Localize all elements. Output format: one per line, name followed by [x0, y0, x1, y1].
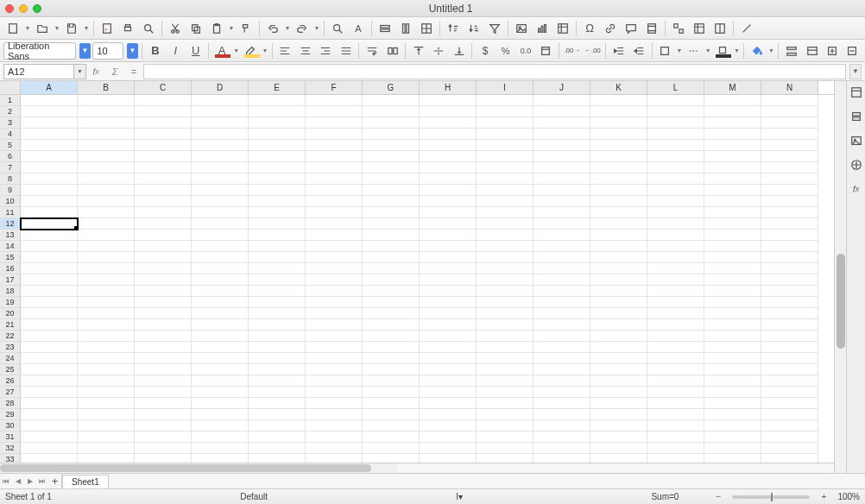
add-decimal-button[interactable]: .00→	[563, 42, 581, 60]
cell-A1[interactable]	[21, 95, 78, 106]
cell-M6[interactable]	[704, 151, 761, 162]
cell-F27[interactable]	[306, 387, 363, 398]
cell-D11[interactable]	[192, 207, 249, 218]
cell-K2[interactable]	[590, 106, 647, 117]
row-header-17[interactable]: 17	[0, 274, 21, 286]
cell-K28[interactable]	[590, 398, 647, 409]
cell-M31[interactable]	[704, 432, 761, 443]
cell-J15[interactable]	[534, 252, 590, 263]
cell-B14[interactable]	[78, 241, 135, 252]
row-header-26[interactable]: 26	[0, 375, 21, 387]
cell-B27[interactable]	[78, 387, 135, 398]
tab-next-button[interactable]: ▶	[24, 475, 36, 488]
cell-E9[interactable]	[249, 185, 306, 196]
cell-H10[interactable]	[420, 196, 477, 207]
cell-C13[interactable]	[135, 230, 192, 241]
cell-A6[interactable]	[21, 151, 78, 162]
hscroll-thumb[interactable]	[0, 464, 371, 472]
cell-F10[interactable]	[306, 196, 363, 207]
cell-A20[interactable]	[21, 308, 78, 319]
cell-L26[interactable]	[647, 375, 704, 387]
cell-I27[interactable]	[477, 387, 534, 398]
cell-G19[interactable]	[363, 297, 420, 308]
cell-A11[interactable]	[21, 207, 78, 218]
cell-K32[interactable]	[590, 443, 647, 454]
cell-N31[interactable]	[761, 432, 818, 443]
cell-C16[interactable]	[135, 263, 192, 274]
equals-button[interactable]: =	[124, 64, 143, 79]
cell-L16[interactable]	[647, 263, 704, 274]
cell-I1[interactable]	[477, 95, 534, 106]
row-header-32[interactable]: 32	[0, 443, 21, 454]
cell-N16[interactable]	[761, 263, 818, 274]
borders-button[interactable]	[656, 42, 674, 60]
cell-D24[interactable]	[192, 353, 249, 364]
cell-F18[interactable]	[306, 286, 363, 297]
cell-J17[interactable]	[534, 274, 590, 286]
cell-B20[interactable]	[78, 308, 135, 319]
row-header-21[interactable]: 21	[0, 319, 21, 331]
cell-L23[interactable]	[647, 342, 704, 353]
cell-E21[interactable]	[249, 319, 306, 331]
cell-A21[interactable]	[21, 319, 78, 331]
font-name-dropdown[interactable]: ▼	[79, 43, 92, 59]
cell-N12[interactable]	[761, 218, 818, 230]
cell-F6[interactable]	[306, 151, 363, 162]
cell-J19[interactable]	[534, 297, 590, 308]
new-document-dropdown[interactable]: ▼	[24, 25, 31, 31]
cell-I9[interactable]	[477, 185, 534, 196]
cell-D2[interactable]	[192, 106, 249, 117]
cell-C7[interactable]	[135, 162, 192, 173]
cell-N1[interactable]	[761, 95, 818, 106]
borders-dropdown[interactable]: ▼	[676, 47, 683, 54]
redo-button[interactable]	[293, 20, 312, 37]
cell-N3[interactable]	[761, 117, 818, 129]
cell-N5[interactable]	[761, 140, 818, 151]
cell-G6[interactable]	[363, 151, 420, 162]
cell-H9[interactable]	[420, 185, 477, 196]
cell-G8[interactable]	[363, 173, 420, 185]
cell-I21[interactable]	[477, 319, 534, 331]
autofilter-button[interactable]	[485, 20, 504, 37]
cell-B7[interactable]	[78, 162, 135, 173]
cell-D27[interactable]	[192, 387, 249, 398]
cell-C18[interactable]	[135, 286, 192, 297]
merge-cells-button[interactable]	[383, 42, 401, 60]
cell-D28[interactable]	[192, 398, 249, 409]
cell-E20[interactable]	[249, 308, 306, 319]
cell-C14[interactable]	[135, 241, 192, 252]
cell-H13[interactable]	[420, 230, 477, 241]
row-header-8[interactable]: 8	[0, 173, 21, 185]
cell-K19[interactable]	[590, 297, 647, 308]
cell-E17[interactable]	[249, 274, 306, 286]
cell-A28[interactable]	[21, 398, 78, 409]
cell-J24[interactable]	[534, 353, 590, 364]
italic-button[interactable]: I	[167, 42, 185, 60]
border-color-dropdown[interactable]: ▼	[734, 47, 741, 54]
cell-N15[interactable]	[761, 252, 818, 263]
row-header-15[interactable]: 15	[0, 252, 21, 263]
cell-J23[interactable]	[534, 342, 590, 353]
row-button[interactable]	[376, 20, 395, 37]
name-box-dropdown[interactable]: ▼	[74, 64, 86, 79]
cell-I29[interactable]	[477, 409, 534, 420]
cell-H20[interactable]	[420, 308, 477, 319]
cell-C10[interactable]	[135, 196, 192, 207]
cell-J14[interactable]	[534, 241, 590, 252]
cell-E15[interactable]	[249, 252, 306, 263]
cell-G33[interactable]	[363, 454, 420, 463]
cell-M22[interactable]	[704, 331, 761, 342]
cell-C15[interactable]	[135, 252, 192, 263]
cell-B4[interactable]	[78, 129, 135, 140]
save-button[interactable]	[62, 20, 81, 37]
cell-H5[interactable]	[420, 140, 477, 151]
cell-A29[interactable]	[21, 409, 78, 420]
cell-B25[interactable]	[78, 364, 135, 375]
cell-M19[interactable]	[704, 297, 761, 308]
cell-E26[interactable]	[249, 375, 306, 387]
cell-L11[interactable]	[647, 207, 704, 218]
cell-H14[interactable]	[420, 241, 477, 252]
cell-E24[interactable]	[249, 353, 306, 364]
cell-J5[interactable]	[534, 140, 590, 151]
cell-D32[interactable]	[192, 443, 249, 454]
